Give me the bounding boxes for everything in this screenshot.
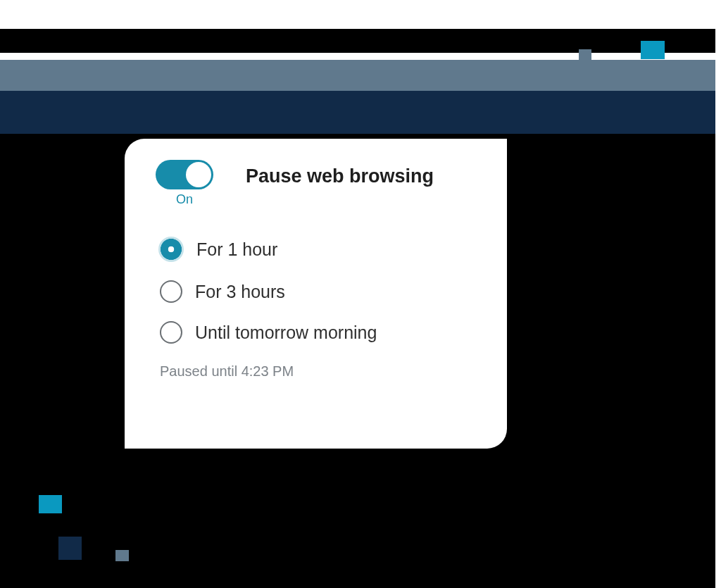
radio-option-1-hour[interactable]: For 1 hour (160, 237, 484, 262)
decor-square-gray-bottom (115, 550, 129, 561)
bg-band-navy (0, 91, 718, 134)
bg-band-white-top (0, 0, 721, 29)
pause-toggle[interactable] (156, 160, 213, 189)
bg-band-gray (0, 60, 718, 91)
bg-stripe-right (715, 0, 721, 588)
decor-square-cyan-bottom (39, 495, 62, 513)
radio-button-icon (160, 321, 182, 344)
card-header: On Pause web browsing (156, 160, 484, 207)
radio-button-icon (158, 237, 184, 262)
radio-button-icon (160, 280, 182, 303)
bg-band-white-thin (0, 53, 721, 60)
radio-label: For 1 hour (196, 239, 277, 260)
duration-radio-group: For 1 hour For 3 hours Until tomorrow mo… (160, 237, 484, 344)
pause-status-text: Paused until 4:23 PM (160, 363, 484, 380)
card-title: Pause web browsing (246, 165, 434, 187)
radio-label: For 3 hours (195, 282, 285, 302)
radio-option-3-hours[interactable]: For 3 hours (160, 280, 484, 303)
toggle-state-label: On (176, 192, 193, 207)
decor-square-gray-top (579, 49, 591, 61)
pause-browsing-card: On Pause web browsing For 1 hour For 3 h… (125, 139, 507, 449)
toggle-block: On (156, 160, 213, 207)
decor-square-cyan-top (641, 41, 665, 59)
toggle-knob-icon (186, 162, 211, 187)
radio-option-tomorrow[interactable]: Until tomorrow morning (160, 321, 484, 344)
radio-label: Until tomorrow morning (195, 323, 377, 343)
decor-square-navy-bottom (58, 537, 82, 560)
